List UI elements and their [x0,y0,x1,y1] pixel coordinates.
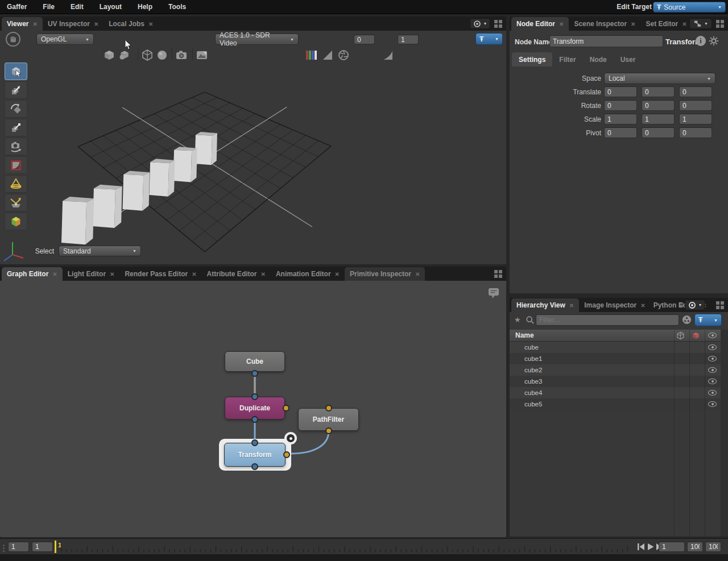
port-pathfilter-in[interactable] [325,405,332,412]
port-duplicate-out[interactable] [251,416,258,423]
subtab-node[interactable]: Node [583,52,614,67]
close-icon[interactable]: ✕ [415,271,420,277]
close-icon[interactable]: ✕ [559,21,564,27]
translate-x-input[interactable] [604,86,637,97]
playback-start-input[interactable] [8,542,29,552]
scale-x-input[interactable] [604,114,637,124]
close-icon[interactable]: ✕ [32,21,37,27]
gear-icon[interactable] [709,36,719,46]
skip-to-start-button[interactable] [637,543,645,551]
playhead[interactable] [55,541,56,553]
menu-tools[interactable]: Tools [162,3,195,11]
rotate-y-input[interactable] [642,100,675,111]
port-pathfilter-out[interactable] [325,427,332,434]
port-duplicate-filter[interactable] [283,405,289,412]
node-set-button[interactable]: ▼ [689,18,712,29]
column-visibility-eye-icon[interactable] [708,333,717,338]
rotate-z-input[interactable] [679,100,712,111]
port-transform-in[interactable] [251,439,258,446]
timeline-grip[interactable] [3,543,5,553]
layout-grid-icon[interactable] [494,19,503,28]
tab-uv-inspector[interactable]: UV Inspector✕ [43,17,104,31]
menu-file[interactable]: File [36,3,64,11]
close-icon[interactable]: ✕ [569,302,574,309]
frame-ruler[interactable] [57,539,632,555]
tab-set-editor[interactable]: Set Editor✕ [640,17,692,31]
gamma-input[interactable] [398,35,419,44]
subtab-settings[interactable]: Settings [512,52,552,67]
exposure-input[interactable] [354,35,375,44]
tool-scale[interactable] [5,119,27,136]
focus-ring-icon[interactable] [284,432,297,444]
visibility-eye-icon[interactable] [708,367,717,373]
frame-end-input[interactable] [705,542,721,552]
tab-render-pass-editor[interactable]: Render Pass Editor✕ [119,267,201,281]
close-icon[interactable]: ✕ [261,271,266,277]
port-cube-out[interactable] [251,370,258,377]
scale-y-input[interactable] [642,114,675,124]
translate-y-input[interactable] [642,86,675,97]
node-cube[interactable]: Cube [225,351,285,372]
tool-visualiser[interactable] [5,213,27,230]
node-graph-canvas[interactable]: Cube Duplicate PathFilter Transform [0,281,506,537]
pivot-z-input[interactable] [679,127,712,138]
viewer-pin-dropdown[interactable]: Ŧ▼ [475,33,503,45]
range-end-input[interactable] [687,542,703,552]
pivot-y-input[interactable] [642,127,675,138]
renderer-dropdown[interactable]: OpenGL▼ [36,34,94,45]
tool-camera[interactable] [5,138,27,155]
tab-node-editor[interactable]: Node Editor✕ [511,17,569,31]
close-icon[interactable]: ✕ [94,21,98,27]
scrollbar-gutter[interactable] [721,330,728,537]
menu-help[interactable]: Help [131,3,162,11]
close-icon[interactable]: ✕ [192,271,196,277]
close-icon[interactable]: ✕ [148,21,153,27]
camera-pan-hand-button[interactable] [6,32,20,47]
edit-target-dropdown[interactable]: ŦSource ▼ [653,2,726,13]
tab-local-jobs[interactable]: Local Jobs✕ [104,17,158,31]
focus-target-button[interactable]: ▼ [685,300,705,310]
translate-z-input[interactable] [679,86,712,97]
scale-z-input[interactable] [679,114,712,124]
close-icon[interactable]: ✕ [52,271,57,277]
hierarchy-pin-dropdown[interactable]: Ŧ▼ [694,314,722,326]
tool-rotate[interactable] [5,100,27,118]
visibility-eye-icon[interactable] [708,390,717,396]
viewport-3d[interactable] [0,48,506,264]
tab-image-inspector[interactable]: Image Inspector✕ [579,298,648,312]
port-transform-filter[interactable] [283,451,290,458]
subtab-filter[interactable]: Filter [552,52,582,67]
menu-edit[interactable]: Edit [64,3,93,11]
filter-input[interactable] [536,314,679,326]
close-icon[interactable]: ✕ [631,21,635,27]
select-mode-dropdown[interactable]: Standard▼ [59,246,141,256]
tool-select[interactable] [5,63,27,80]
visibility-eye-icon[interactable] [708,356,717,361]
tab-viewer[interactable]: Viewer✕ [2,17,43,31]
space-dropdown[interactable]: Local▼ [604,73,715,84]
tool-translate[interactable] [5,81,27,99]
focus-target-button[interactable]: ▼ [470,18,490,29]
tab-primitive-inspector[interactable]: Primitive Inspector✕ [345,267,425,281]
tab-animation-editor[interactable]: Animation Editor✕ [271,267,345,281]
tab-graph-editor[interactable]: Graph Editor✕ [2,267,63,281]
node-name-input[interactable] [549,35,663,47]
close-icon[interactable]: ✕ [640,302,645,309]
play-button[interactable] [647,543,655,551]
close-icon[interactable]: ✕ [682,21,686,27]
column-exclude-cube-icon[interactable] [692,331,700,340]
tab-attribute-editor[interactable]: Attribute Editor✕ [202,267,271,281]
info-icon[interactable]: i [696,36,706,46]
rotate-x-input[interactable] [604,100,637,111]
tool-light[interactable] [5,175,27,193]
tool-crop-window[interactable] [5,156,27,174]
display-transform-dropdown[interactable]: ACES 1.0 - SDR Video▼ [215,34,299,45]
playback-range-input[interactable] [32,542,53,552]
layout-grid-icon[interactable] [715,19,725,28]
pivot-x-input[interactable] [604,127,637,138]
visibility-eye-icon[interactable] [708,401,717,407]
port-duplicate-in[interactable] [251,393,258,400]
sets-filter-icon[interactable] [682,315,692,325]
visibility-eye-icon[interactable] [708,344,717,350]
menu-gaffer[interactable]: Gaffer [0,3,36,11]
